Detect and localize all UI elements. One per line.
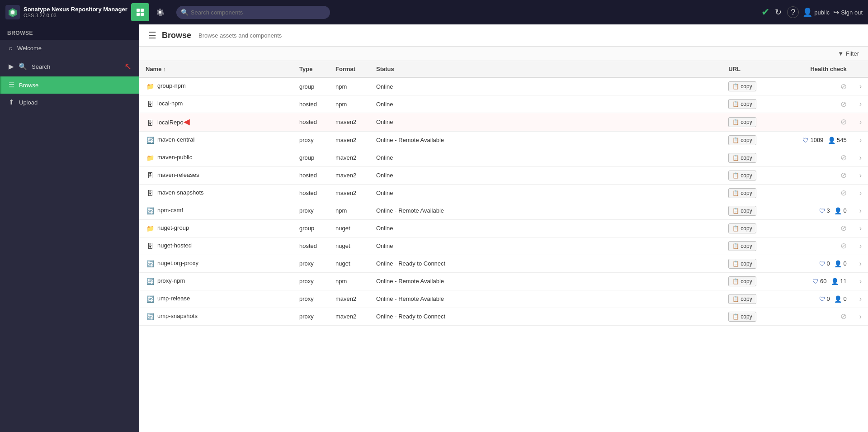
help-button[interactable]: ? (787, 6, 799, 18)
copy-url-button[interactable]: 📋copy (728, 188, 756, 198)
table-row[interactable]: 🔄maven-centralproxymaven2Online - Remote… (139, 131, 868, 149)
row-chevron-icon[interactable]: › (859, 171, 862, 179)
refresh-button[interactable]: ↻ (773, 5, 783, 19)
sidebar-item-label-search: Search (32, 63, 50, 70)
cell-url: 📋copy (722, 184, 762, 202)
copy-url-button[interactable]: 📋copy (728, 241, 756, 251)
health-na-icon: ⊘ (840, 118, 847, 126)
row-chevron-icon[interactable]: › (859, 154, 862, 161)
table-row[interactable]: 🔄npm-csmfproxynpmOnline - Remote Availab… (139, 202, 868, 219)
health-shield-count: 60 (820, 278, 826, 285)
health-person-count: 0 (843, 295, 846, 302)
table-row[interactable]: 🔄ump-releaseproxymaven2Online - Remote A… (139, 290, 868, 308)
filter-button[interactable]: ▼ Filter (838, 50, 859, 57)
row-chevron-icon[interactable]: › (859, 118, 862, 126)
row-chevron-icon[interactable]: › (859, 313, 862, 320)
row-chevron-icon[interactable]: › (859, 295, 862, 303)
person-icon: 👤 (834, 207, 842, 214)
table-row[interactable]: 🗄local-npmhostednpmOnline📋copy⊘› (139, 95, 868, 113)
cell-chevron[interactable]: › (853, 95, 868, 113)
cell-health: ⊘ (763, 77, 853, 95)
copy-icon: 📋 (732, 119, 739, 125)
cell-chevron[interactable]: › (853, 131, 868, 149)
cell-chevron[interactable]: › (853, 255, 868, 272)
page-title: Browse (162, 31, 191, 40)
row-chevron-icon[interactable]: › (859, 82, 862, 90)
sidebar-item-upload[interactable]: ⬆ Upload (0, 94, 139, 111)
signout-icon: ↪ (833, 8, 839, 17)
cell-chevron[interactable]: › (853, 272, 868, 290)
cell-health: 🛡 1089 👤 545 (763, 131, 853, 149)
settings-nav-button[interactable] (151, 3, 169, 21)
copy-url-button[interactable]: 📋copy (728, 259, 756, 269)
repo-name: maven-releases (157, 171, 199, 178)
col-header-status: Status (370, 61, 722, 77)
table-row[interactable]: 🗄nuget-hostedhostednugetOnline📋copy⊘› (139, 237, 868, 255)
table-row[interactable]: 🗄localRepo◀hostedmaven2Online📋copy⊘› (139, 113, 868, 132)
cell-chevron[interactable]: › (853, 237, 868, 255)
copy-url-button[interactable]: 📋copy (728, 294, 756, 304)
table-row[interactable]: 📁nuget-groupgroupnugetOnline📋copy⊘› (139, 219, 868, 237)
cell-chevron[interactable]: › (853, 113, 868, 132)
repo-name: npm-csmf (157, 207, 183, 214)
copy-icon: 📋 (732, 243, 739, 249)
row-chevron-icon[interactable]: › (859, 224, 862, 232)
copy-url-button[interactable]: 📋copy (728, 117, 756, 127)
table-row[interactable]: 📁maven-publicgroupmaven2Online📋copy⊘› (139, 149, 868, 166)
table-row[interactable]: 🗄maven-releaseshostedmaven2Online📋copy⊘› (139, 166, 868, 184)
sidebar-item-browse[interactable]: ☰ Browse (0, 76, 139, 94)
cell-name: 📁nuget-group (139, 219, 293, 237)
cell-chevron[interactable]: › (853, 290, 868, 308)
cell-chevron[interactable]: › (853, 184, 868, 202)
copy-url-button[interactable]: 📋copy (728, 81, 756, 91)
row-chevron-icon[interactable]: › (859, 242, 862, 250)
user-menu[interactable]: 👤 public (802, 7, 830, 17)
app-version: OSS 3.27.0-03 (24, 13, 127, 19)
row-chevron-icon[interactable]: › (859, 260, 862, 267)
nav-icons (131, 3, 169, 21)
page-header-icon: ☰ (148, 30, 156, 41)
cell-type: hosted (293, 95, 329, 113)
copy-url-button[interactable]: 📋copy (728, 312, 756, 322)
cell-chevron[interactable]: › (853, 202, 868, 219)
copy-url-button[interactable]: 📋copy (728, 276, 756, 286)
copy-url-button[interactable]: 📋copy (728, 153, 756, 163)
cell-chevron[interactable]: › (853, 77, 868, 95)
row-chevron-icon[interactable]: › (859, 277, 862, 285)
search-arrow-annotation: ↖ (124, 61, 132, 72)
person-icon: 👤 (828, 137, 835, 144)
browse-nav-button[interactable] (131, 3, 149, 21)
sidebar-item-welcome[interactable]: ○ Welcome (0, 40, 139, 57)
cell-chevron[interactable]: › (853, 219, 868, 237)
copy-url-button[interactable]: 📋copy (728, 99, 756, 109)
sidebar-item-search[interactable]: ▶ 🔍 Search ↖ (0, 57, 139, 76)
row-chevron-icon[interactable]: › (859, 189, 862, 197)
table-row[interactable]: 📁group-npmgroupnpmOnline📋copy⊘› (139, 77, 868, 95)
cell-url: 📋copy (722, 290, 762, 308)
row-chevron-icon[interactable]: › (859, 136, 862, 144)
repo-type-icon: 🔄 (146, 259, 155, 268)
table-row[interactable]: 🔄ump-snapshotsproxymaven2Online - Ready … (139, 308, 868, 325)
copy-url-button[interactable]: 📋copy (728, 135, 756, 145)
cell-chevron[interactable]: › (853, 166, 868, 184)
cell-name: 📁maven-public (139, 149, 293, 166)
user-icon: 👤 (802, 7, 812, 17)
cell-chevron[interactable]: › (853, 149, 868, 166)
row-chevron-icon[interactable]: › (859, 207, 862, 214)
table-row[interactable]: 🔄proxy-npmproxynpmOnline - Remote Availa… (139, 272, 868, 290)
cell-url: 📋copy (722, 202, 762, 219)
table-row[interactable]: 🗄maven-snapshotshostedmaven2Online📋copy⊘… (139, 184, 868, 202)
cell-health: ⊘ (763, 184, 853, 202)
copy-url-button[interactable]: 📋copy (728, 223, 756, 233)
cell-chevron[interactable]: › (853, 308, 868, 325)
copy-icon: 📋 (732, 313, 739, 320)
signout-button[interactable]: ↪ Sign out (833, 8, 863, 17)
search-input[interactable] (176, 6, 330, 19)
copy-url-button[interactable]: 📋copy (728, 171, 756, 180)
upload-icon: ⬆ (9, 98, 14, 106)
cell-format: maven2 (329, 184, 370, 202)
copy-icon: 📋 (732, 137, 739, 143)
copy-url-button[interactable]: 📋copy (728, 206, 756, 216)
row-chevron-icon[interactable]: › (859, 100, 862, 108)
table-row[interactable]: 🔄nuget.org-proxyproxynugetOnline - Ready… (139, 255, 868, 272)
